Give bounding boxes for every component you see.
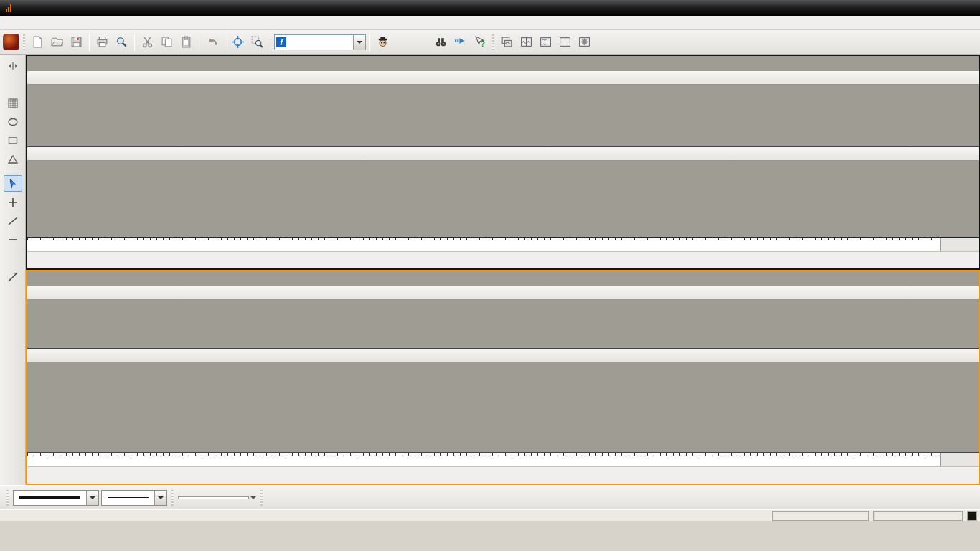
toolbar-grip[interactable] bbox=[23, 34, 25, 50]
cut-button[interactable] bbox=[138, 33, 156, 51]
line-weight-combo[interactable] bbox=[101, 490, 167, 506]
text-cursor-tool[interactable] bbox=[4, 250, 22, 266]
triangle-tool[interactable] bbox=[4, 151, 22, 167]
daily-window-titlebar[interactable] bbox=[27, 56, 979, 71]
daily-chart-window bbox=[26, 55, 980, 270]
cascade-windows-button[interactable] bbox=[498, 33, 516, 51]
zoom-area-button[interactable] bbox=[248, 33, 266, 51]
weekly-timeline-row bbox=[27, 453, 979, 466]
weekly-price-header[interactable] bbox=[27, 349, 979, 362]
scaled-line-tool[interactable] bbox=[4, 268, 22, 285]
toolbar-splitter-handle[interactable] bbox=[4, 57, 22, 74]
power-console-button[interactable] bbox=[3, 34, 19, 50]
new-chart-button[interactable] bbox=[29, 33, 47, 51]
daily-indicator-header[interactable] bbox=[27, 71, 979, 85]
trendline-tool[interactable] bbox=[4, 212, 22, 229]
combo-dropdown-button[interactable] bbox=[154, 491, 166, 505]
open-button[interactable] bbox=[48, 33, 66, 51]
toolbar-separator bbox=[225, 34, 225, 51]
line-style-sample bbox=[14, 491, 86, 505]
symbol-combo[interactable]: f bbox=[274, 34, 366, 50]
crosshair-tool[interactable] bbox=[4, 194, 22, 210]
explorer-button[interactable] bbox=[374, 33, 392, 51]
gear-chart-icon bbox=[578, 36, 590, 48]
binoculars-icon bbox=[435, 36, 447, 48]
status-date bbox=[772, 511, 869, 521]
ellipse-icon bbox=[7, 116, 19, 128]
weekly-indicator-header[interactable] bbox=[27, 286, 979, 300]
color-picker bbox=[178, 496, 256, 499]
system-tester-button[interactable] bbox=[413, 33, 430, 51]
scissors-icon bbox=[141, 36, 154, 48]
line-weight-sample bbox=[102, 491, 154, 505]
weekly-window-titlebar[interactable] bbox=[27, 271, 979, 286]
pointer-tool[interactable] bbox=[4, 175, 22, 192]
taskbar bbox=[0, 521, 980, 551]
symbol-search-button[interactable] bbox=[432, 33, 450, 51]
combo-dropdown-button[interactable] bbox=[86, 491, 98, 505]
weekly-timeline[interactable] bbox=[27, 453, 940, 466]
grid-tool[interactable] bbox=[4, 95, 22, 111]
help-pointer-icon: ? bbox=[473, 36, 486, 48]
daily-timeline[interactable] bbox=[27, 238, 940, 251]
daily-price-header[interactable] bbox=[27, 147, 979, 161]
rectangle-icon bbox=[7, 135, 19, 146]
screen: f ? bbox=[0, 0, 980, 551]
menubar bbox=[0, 16, 980, 30]
toolbar-grip[interactable] bbox=[171, 490, 174, 506]
rectangle-tool[interactable] bbox=[4, 132, 22, 149]
daily-indicator-panel[interactable] bbox=[27, 85, 979, 147]
detective-icon bbox=[377, 36, 389, 48]
save-button[interactable] bbox=[67, 33, 85, 51]
status-value bbox=[873, 511, 963, 521]
undo-icon bbox=[206, 36, 218, 48]
line-style-combo[interactable] bbox=[13, 490, 99, 506]
undo-button[interactable] bbox=[203, 33, 221, 51]
tile-quad-button[interactable] bbox=[556, 33, 574, 51]
combo-dropdown-button[interactable] bbox=[353, 35, 365, 50]
toolbar-grip[interactable] bbox=[6, 490, 9, 506]
metastock-logo bbox=[0, 4, 20, 12]
paste-button[interactable] bbox=[177, 33, 195, 51]
tile-horizontal-button[interactable] bbox=[537, 33, 555, 51]
ellipse-tool[interactable] bbox=[4, 113, 22, 130]
blue-arrow-icon bbox=[454, 36, 466, 48]
palette-dropdown-icon[interactable] bbox=[250, 496, 256, 499]
print-button[interactable] bbox=[93, 33, 111, 51]
toolbar-grip[interactable] bbox=[260, 490, 263, 506]
copy-icon bbox=[161, 36, 173, 48]
workspace bbox=[0, 55, 980, 485]
daily-price-panel[interactable] bbox=[27, 161, 979, 237]
tile-vertical-icon bbox=[520, 36, 532, 48]
context-help-button[interactable]: ? bbox=[471, 33, 489, 51]
weekly-indicator-panel[interactable] bbox=[27, 300, 979, 349]
toolbar-grip[interactable] bbox=[492, 34, 494, 50]
crosshair-icon bbox=[232, 36, 244, 48]
chevron-down-icon bbox=[158, 496, 164, 499]
scaled-line-icon bbox=[7, 271, 19, 283]
weekly-price-panel[interactable] bbox=[27, 362, 979, 453]
horizontal-line-tool[interactable] bbox=[4, 231, 22, 248]
copy-button[interactable] bbox=[158, 33, 176, 51]
tile-horizontal-icon bbox=[540, 36, 552, 48]
app-titlebar bbox=[0, 0, 980, 16]
toolbar-separator bbox=[89, 34, 90, 51]
indicator-builder-button[interactable] bbox=[393, 33, 411, 51]
cascade-icon bbox=[501, 36, 513, 48]
magnifier-icon bbox=[116, 36, 128, 48]
expert-advisor-button[interactable] bbox=[451, 33, 469, 51]
smartchart-icon: f bbox=[276, 37, 286, 47]
text-tool[interactable] bbox=[4, 76, 22, 93]
left-toolbar bbox=[0, 55, 26, 485]
chart-options-button[interactable] bbox=[575, 33, 593, 51]
crosshair-button[interactable] bbox=[229, 33, 247, 51]
zoom-preview-button[interactable] bbox=[113, 33, 131, 51]
tool-separator bbox=[4, 171, 22, 171]
tile-vertical-button[interactable] bbox=[517, 33, 535, 51]
plus-icon bbox=[7, 197, 19, 208]
svg-text:?: ? bbox=[481, 39, 485, 48]
open-folder-icon bbox=[51, 36, 63, 48]
toolbar-separator bbox=[134, 34, 135, 51]
status-currency bbox=[967, 511, 977, 521]
weekly-chart-window bbox=[26, 270, 980, 485]
